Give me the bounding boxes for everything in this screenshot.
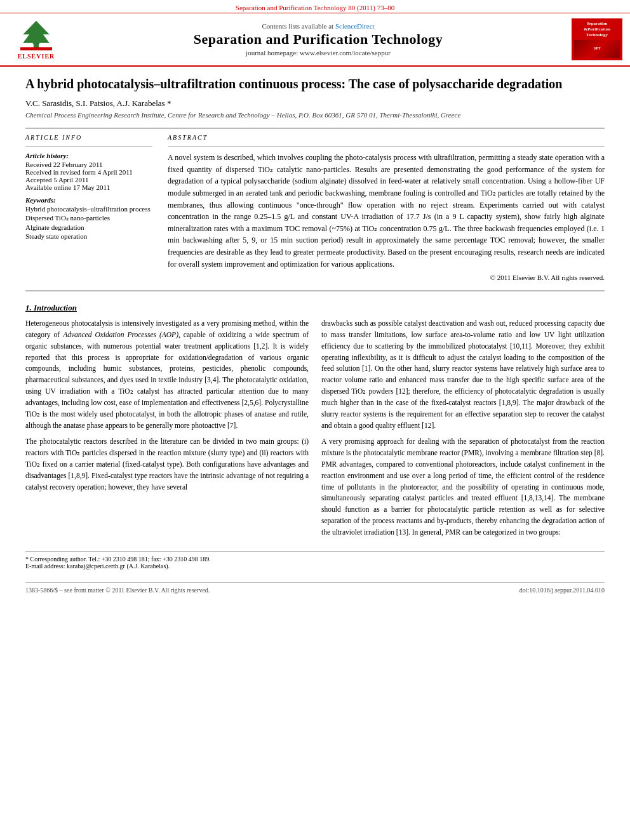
brand-box-text: Separation&PurificationTechnology: [574, 21, 620, 38]
divider1: [25, 146, 152, 147]
keywords-label: Keywords:: [25, 196, 152, 204]
journal-title: Separation and Purification Technology: [65, 31, 572, 48]
bottom-bar-left: 1383-5866/$ – see front matter © 2011 El…: [25, 587, 210, 594]
copyright: © 2011 Elsevier B.V. All rights reserved…: [168, 274, 605, 281]
keyword-1: Hybrid photocatalysis–ultrafiltration pr…: [25, 205, 152, 213]
body-col-left: Heterogeneous photocatalysis is intensiv…: [25, 318, 309, 543]
keywords-group: Keywords: Hybrid photocatalysis–ultrafil…: [25, 196, 152, 240]
available: Available online 17 May 2011: [25, 183, 152, 191]
keyword-2: Dispersed TiO₂ nano-particles: [25, 214, 152, 222]
brand-box-graphic: SPT: [574, 40, 620, 58]
bottom-bar-right: doi:10.1016/j.seppur.2011.04.010: [519, 587, 605, 594]
abstract-col: Abstract A novel system is described, wh…: [168, 134, 605, 281]
elsevier-logo-area: ELSEVIER: [8, 20, 65, 60]
elsevier-tree-icon: [17, 20, 55, 51]
abstract-text: A novel system is described, which invol…: [168, 152, 605, 270]
footnote-star: * Corresponding author. Tel.: +30 2310 4…: [25, 556, 605, 563]
article-body: A hybrid photocatalysis–ultrafiltration …: [0, 67, 630, 606]
body-para-3: drawbacks such as possible catalyst deac…: [321, 318, 605, 431]
received1: Received 22 February 2011: [25, 161, 152, 168]
elsevier-text: ELSEVIER: [18, 53, 55, 60]
divider-thick: [25, 128, 605, 129]
keyword-4: Steady state operation: [25, 232, 152, 240]
brand-box: Separation&PurificationTechnology SPT: [572, 18, 622, 60]
footnote-area: * Corresponding author. Tel.: +30 2310 4…: [25, 551, 605, 570]
body-para-1: Heterogeneous photocatalysis is intensiv…: [25, 318, 309, 431]
divider-body: [25, 290, 605, 291]
history-label: Article history:: [25, 152, 152, 159]
revised: Received in revised form 4 April 2011: [25, 168, 152, 176]
abstract-label: Abstract: [168, 134, 605, 141]
body-para-4: A very promising approach for dealing wi…: [321, 436, 605, 538]
article-info-col: Article Info Article history: Received 2…: [25, 134, 152, 281]
accepted: Accepted 5 April 2011: [25, 176, 152, 183]
svg-rect-2: [20, 47, 52, 50]
divider2: [168, 146, 605, 147]
bottom-bar: 1383-5866/$ – see front matter © 2011 El…: [25, 582, 605, 594]
journal-header-center: Contents lists available at ScienceDirec…: [65, 22, 572, 57]
journal-header-right: Separation&PurificationTechnology SPT: [572, 18, 622, 60]
keywords-list: Hybrid photocatalysis–ultrafiltration pr…: [25, 205, 152, 240]
section-introduction: 1. Introduction Heterogeneous photocatal…: [25, 303, 605, 543]
body-col-right: drawbacks such as possible catalyst deac…: [321, 318, 605, 543]
footnote-email: E-mail address: karabaj@cperi.certh.gr (…: [25, 563, 605, 570]
authors: V.C. Sarasidis, S.I. Patsios, A.J. Karab…: [25, 98, 605, 109]
keyword-3: Alginate degradation: [25, 223, 152, 231]
authors-text: V.C. Sarasidis, S.I. Patsios, A.J. Karab…: [25, 98, 171, 108]
elsevier-logo: ELSEVIER: [8, 20, 65, 60]
article-info-abstract: Article Info Article history: Received 2…: [25, 134, 605, 281]
sciencedirect-link[interactable]: ScienceDirect: [335, 22, 375, 30]
section-two-col: Heterogeneous photocatalysis is intensiv…: [25, 318, 605, 543]
homepage-line: journal homepage: www.elsevier.com/locat…: [65, 49, 572, 57]
contents-line: Contents lists available at ScienceDirec…: [65, 22, 572, 30]
body-para-2: The photocatalytic reactors described in…: [25, 436, 309, 493]
journal-top-bar: Separation and Purification Technology 8…: [0, 0, 630, 13]
svg-marker-1: [23, 20, 50, 47]
journal-header: ELSEVIER Contents lists available at Sci…: [0, 13, 630, 67]
section-title: 1. Introduction: [25, 303, 605, 313]
article-info-label: Article Info: [25, 134, 152, 141]
journal-citation: Separation and Purification Technology 8…: [236, 4, 394, 11]
article-history: Article history: Received 22 February 20…: [25, 152, 152, 191]
article-title: A hybrid photocatalysis–ultrafiltration …: [25, 76, 605, 92]
affiliation: Chemical Process Engineering Research In…: [25, 111, 605, 119]
